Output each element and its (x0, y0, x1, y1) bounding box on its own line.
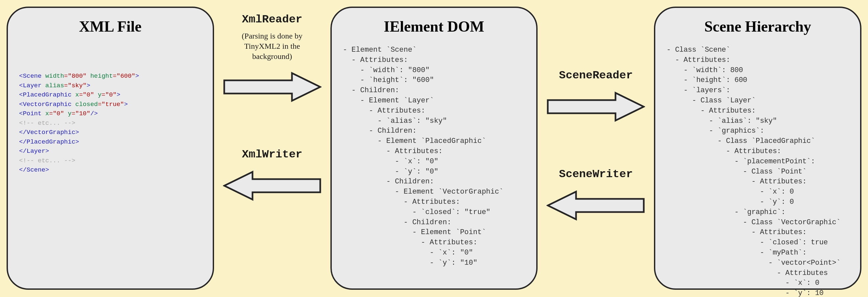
arrow-right-icon (223, 71, 321, 103)
connector-xml-dom: XmlReader (Parsing is done by TinyXML2 i… (214, 7, 331, 211)
pipeline-diagram: XML File <Scene width="800" height="600"… (7, 7, 861, 290)
xmlreader-label: XmlReader (242, 13, 303, 26)
ielement-dom-panel: IElement DOM - Element `Scene` - Attribu… (331, 7, 538, 290)
scene-hierarchy-panel: Scene Hierarchy - Class `Scene` - Attrib… (654, 7, 861, 290)
arrow-left-icon (547, 190, 645, 221)
xmlwriter-label: XmlWriter (242, 148, 303, 161)
scene-content: - Class `Scene` - Attributes: - `width`:… (666, 45, 849, 297)
tinyxml-note: (Parsing is done by TinyXML2 in the back… (226, 31, 318, 62)
dom-title: IElement DOM (343, 18, 525, 35)
xml-title: XML File (19, 18, 202, 35)
xml-file-panel: XML File <Scene width="800" height="600"… (7, 7, 214, 290)
arrow-left-icon (223, 170, 321, 201)
scene-title: Scene Hierarchy (666, 18, 849, 35)
scenereader-label: SceneReader (559, 69, 632, 82)
connector-dom-scene: SceneReader SceneWriter (537, 7, 654, 231)
scenewriter-label: SceneWriter (559, 168, 632, 181)
arrow-right-icon (547, 91, 645, 123)
dom-content: - Element `Scene` - Attributes: - `width… (343, 45, 525, 268)
xml-code-block: <Scene width="800" height="600"> <Layer … (19, 72, 202, 175)
